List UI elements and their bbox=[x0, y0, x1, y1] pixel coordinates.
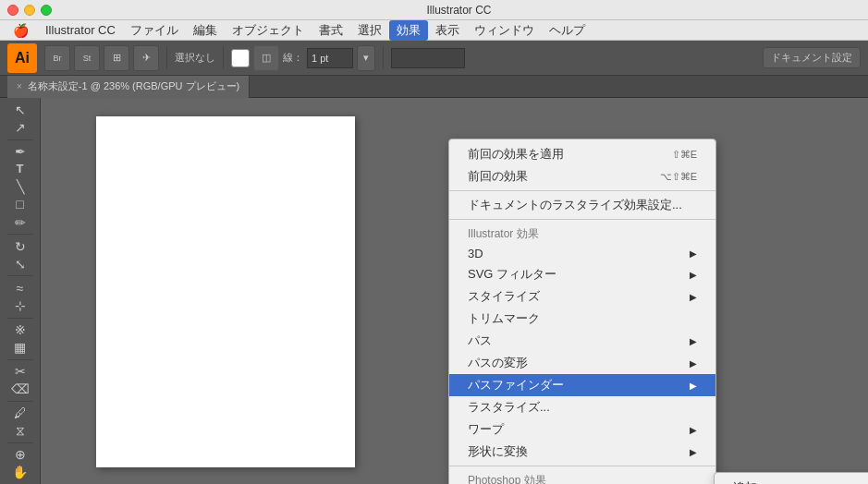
type-tool[interactable]: T bbox=[6, 161, 35, 176]
column-graph-tool[interactable]: ▦ bbox=[6, 339, 35, 355]
color-mode-btn[interactable]: ◫ bbox=[253, 45, 279, 71]
scale-tool[interactable]: ⤡ bbox=[6, 256, 35, 272]
menu-sep-2 bbox=[449, 219, 715, 220]
direct-select-tool[interactable]: ↗ bbox=[6, 119, 35, 135]
canvas-document bbox=[96, 116, 355, 467]
tool-separator-6 bbox=[7, 401, 33, 402]
pathfinder-submenu: 追加 交差 中マド 前面オブジェクトで型抜き 背面オブジェクトで型抜き 分割 bbox=[714, 472, 868, 484]
menu-section-photoshop: Photoshop 効果 bbox=[449, 469, 715, 484]
maximize-button[interactable] bbox=[41, 5, 52, 16]
symbol-sprayer-tool[interactable]: ※ bbox=[6, 321, 35, 337]
select-label: 選択なし bbox=[175, 51, 215, 65]
tab-close-icon[interactable]: × bbox=[17, 81, 22, 91]
select-tool[interactable]: ↖ bbox=[6, 102, 35, 117]
menu-file[interactable]: ファイル bbox=[123, 20, 186, 41]
hand-tool[interactable]: ✋ bbox=[6, 465, 35, 480]
minimize-button[interactable] bbox=[24, 5, 35, 16]
tool-separator-3 bbox=[7, 275, 33, 276]
menu-svg-filter[interactable]: SVG フィルター ▶ bbox=[449, 263, 715, 285]
shape-tool[interactable]: □ bbox=[6, 197, 35, 212]
paintbrush-tool[interactable]: ✏ bbox=[6, 214, 35, 230]
menu-rasterize-settings[interactable]: ドキュメントのラスタライズ効果設定... bbox=[449, 194, 715, 216]
stroke-label: 線： bbox=[283, 51, 303, 65]
menu-path-transform[interactable]: パスの変形 ▶ bbox=[449, 352, 715, 374]
menu-sep-3 bbox=[449, 466, 715, 466]
menu-help[interactable]: ヘルプ bbox=[542, 20, 593, 41]
slice-tool[interactable]: ✂ bbox=[6, 363, 35, 379]
menu-object[interactable]: オブジェクト bbox=[225, 20, 312, 41]
menu-stylize[interactable]: スタイライズ ▶ bbox=[449, 285, 715, 308]
menu-warp[interactable]: ワープ ▶ bbox=[449, 418, 715, 441]
menu-edit[interactable]: 編集 bbox=[186, 20, 225, 41]
menu-window[interactable]: ウィンドウ bbox=[467, 20, 542, 41]
menu-view[interactable]: 表示 bbox=[428, 20, 467, 41]
eraser-tool[interactable]: ⌫ bbox=[6, 381, 35, 397]
menu-apply-last-effect[interactable]: 前回の効果を適用 ⇧⌘E bbox=[449, 143, 715, 165]
tool-separator-5 bbox=[7, 359, 33, 360]
toolbar-separator-2 bbox=[223, 47, 224, 69]
tool-separator-7 bbox=[7, 442, 33, 443]
apple-menu[interactable]: 🍎 bbox=[4, 21, 38, 40]
share-button[interactable]: ✈ bbox=[133, 45, 159, 71]
fill-color-btn[interactable] bbox=[231, 49, 250, 67]
menu-pathfinder[interactable]: パスファインダー ▶ bbox=[449, 374, 715, 396]
menu-type[interactable]: 書式 bbox=[312, 20, 350, 41]
menu-sep-1 bbox=[449, 190, 715, 191]
workspace-button[interactable]: ⊞ bbox=[104, 45, 129, 71]
close-button[interactable] bbox=[7, 5, 18, 16]
title-bar: Illustrator CC bbox=[0, 0, 868, 20]
stroke-input[interactable] bbox=[307, 48, 353, 68]
line-tool[interactable]: ╲ bbox=[6, 179, 35, 195]
menu-rasterize[interactable]: ラスタライズ... bbox=[449, 396, 715, 418]
zoom-tool[interactable]: ⊕ bbox=[6, 447, 35, 463]
tool-separator-1 bbox=[7, 139, 33, 140]
eyedropper-tool[interactable]: 🖊 bbox=[6, 405, 35, 420]
left-toolbar: ↖ ↗ ✒ T ╲ □ ✏ ↻ ⤡ ≈ ⊹ ※ ▦ ✂ ⌫ 🖊 ⧖ ⊕ ✋ bbox=[0, 98, 41, 484]
tool-separator-4 bbox=[7, 318, 33, 319]
doc-settings-button[interactable]: ドキュメント設定 bbox=[763, 47, 861, 68]
menu-last-effect[interactable]: 前回の効果 ⌥⇧⌘E bbox=[449, 165, 715, 188]
pathfinder-add[interactable]: 追加 bbox=[715, 477, 868, 484]
tab-bar: × 名称未設定-1 @ 236% (RGB/GPU プレビュー) bbox=[0, 76, 868, 98]
toolbar-separator-3 bbox=[383, 47, 384, 69]
window-title: Illustrator CC bbox=[57, 4, 861, 17]
rotate-tool[interactable]: ↻ bbox=[6, 238, 35, 254]
style-input[interactable] bbox=[391, 48, 465, 68]
main-area: ↖ ↗ ✒ T ╲ □ ✏ ↻ ⤡ ≈ ⊹ ※ ▦ ✂ ⌫ 🖊 ⧖ ⊕ ✋ bbox=[0, 98, 868, 484]
menu-path[interactable]: パス ▶ bbox=[449, 330, 715, 352]
menu-trim-mark[interactable]: トリムマーク bbox=[449, 308, 715, 330]
free-transform-tool[interactable]: ⊹ bbox=[6, 297, 35, 313]
tool-separator-2 bbox=[7, 234, 33, 235]
bridge-button[interactable]: Br bbox=[44, 45, 70, 71]
warp-tool[interactable]: ≈ bbox=[6, 280, 35, 296]
menu-effect[interactable]: 効果 bbox=[389, 20, 428, 41]
toolbar-separator-1 bbox=[166, 47, 167, 69]
blend-tool[interactable]: ⧖ bbox=[6, 423, 35, 439]
menu-bar: 🍎 Illustrator CC ファイル 編集 オブジェクト 書式 選択 効果… bbox=[0, 20, 868, 41]
menu-section-illustrator: Illustrator 効果 bbox=[449, 223, 715, 244]
effect-menu: 前回の効果を適用 ⇧⌘E 前回の効果 ⌥⇧⌘E ドキュメントのラスタライズ効果設… bbox=[448, 139, 716, 484]
document-tab[interactable]: × 名称未設定-1 @ 236% (RGB/GPU プレビュー) bbox=[7, 76, 250, 98]
stroke-dropdown[interactable]: ▾ bbox=[357, 45, 375, 71]
menu-shape-convert[interactable]: 形状に変換 ▶ bbox=[449, 441, 715, 463]
menu-select[interactable]: 選択 bbox=[350, 20, 389, 41]
tab-title: 名称未設定-1 @ 236% (RGB/GPU プレビュー) bbox=[28, 79, 239, 93]
pen-tool[interactable]: ✒ bbox=[6, 143, 35, 159]
menu-3d[interactable]: 3D ▶ bbox=[449, 244, 715, 263]
stock-button[interactable]: St bbox=[74, 45, 100, 71]
ai-logo: Ai bbox=[7, 43, 37, 73]
toolbar: Ai Br St ⊞ ✈ 選択なし ◫ 線： ▾ ドキュメント設定 bbox=[0, 41, 868, 76]
menu-illustrator-cc[interactable]: Illustrator CC bbox=[38, 21, 123, 39]
canvas-area: 前回の効果を適用 ⇧⌘E 前回の効果 ⌥⇧⌘E ドキュメントのラスタライズ効果設… bbox=[41, 98, 868, 484]
